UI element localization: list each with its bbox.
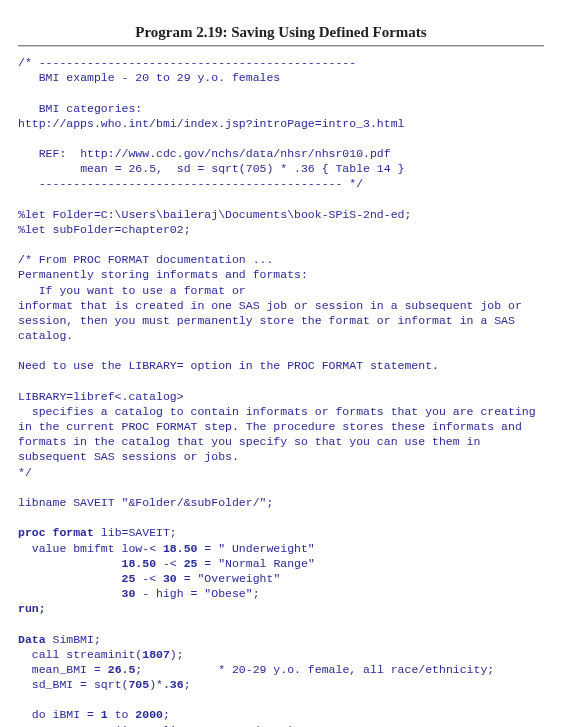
number: 30	[122, 587, 136, 600]
number: .36	[163, 678, 184, 691]
code-line: LIBRARY=libref<.catalog>	[18, 390, 184, 403]
number: 26.5	[108, 663, 136, 676]
code-block: /* -------------------------------------…	[18, 55, 544, 727]
code-line: %let Folder=C:\Users\baileraj\Documents\…	[18, 208, 411, 221]
code-text: ;	[163, 708, 170, 721]
program-title: Program 2.19: Saving Using Defined Forma…	[18, 24, 544, 41]
code-text: );	[170, 648, 184, 661]
code-line: BMI example - 20 to 29 y.o. females	[18, 71, 280, 84]
code-line: Need to use the LIBRARY= option in the P…	[18, 359, 439, 372]
number: 1	[101, 708, 108, 721]
code-line: BMI categories:	[18, 102, 142, 115]
keyword: proc	[18, 526, 46, 539]
code-line: Permanently storing informats and format…	[18, 268, 308, 281]
code-text: do iBMI =	[18, 708, 101, 721]
code-line: REF: http://www.cdc.gov/nchs/data/nhsr/n…	[18, 147, 391, 160]
code-text: ; * 20-29 y.o. female, all race/ethnicit…	[135, 663, 494, 676]
code-text: = "Overweight"	[177, 572, 281, 585]
keyword: format	[46, 526, 94, 539]
code-text: ;	[184, 678, 191, 691]
code-text: SimBMI;	[46, 633, 101, 646]
code-text	[18, 587, 122, 600]
code-text: call streaminit(	[18, 648, 142, 661]
code-line: informat that is created in one SAS job …	[18, 299, 529, 342]
code-line: libname SAVEIT "&Folder/&subFolder/";	[18, 496, 273, 509]
number: 2000	[135, 708, 163, 721]
code-text: -<	[135, 572, 163, 585]
code-text: = " Underweight"	[197, 542, 314, 555]
code-text	[18, 557, 122, 570]
code-line: mean = 26.5, sd = sqrt(705) * .36 { Tabl…	[18, 162, 404, 175]
code-text	[18, 572, 122, 585]
number: 18.50	[163, 542, 198, 555]
code-text: sd_BMI = sqrt(	[18, 678, 128, 691]
number: 18.50	[122, 557, 157, 570]
code-line: If you want to use a format or	[18, 284, 246, 297]
code-text: mean_BMI =	[18, 663, 108, 676]
code-text: value bmifmt low-<	[18, 542, 163, 555]
code-line: http://apps.who.int/bmi/index.jsp?introP…	[18, 117, 404, 130]
number: 25	[122, 572, 136, 585]
code-text: = "Normal Range"	[197, 557, 314, 570]
number: 25	[184, 557, 198, 570]
code-line: */	[18, 466, 32, 479]
number: 705	[128, 678, 149, 691]
code-line: %let subFolder=chapter02;	[18, 223, 191, 236]
number: 1807	[142, 648, 170, 661]
code-line: BMI = RAND('Normal',mean_BMI,sd_BMI);	[18, 724, 301, 727]
code-text: - high = "Obese";	[135, 587, 259, 600]
code-text: )*	[149, 678, 163, 691]
code-line: /* From PROC FORMAT documentation ...	[18, 253, 273, 266]
keyword: run;	[18, 602, 46, 615]
code-text: -<	[156, 557, 184, 570]
code-line: ----------------------------------------…	[18, 177, 363, 190]
divider-bottom	[18, 46, 544, 47]
code-line: /* -------------------------------------…	[18, 56, 356, 69]
keyword: Data	[18, 633, 46, 646]
code-text: lib=SAVEIT;	[94, 526, 177, 539]
number: 30	[163, 572, 177, 585]
code-text: to	[108, 708, 136, 721]
code-line: specifies a catalog to contain informats…	[18, 405, 543, 464]
